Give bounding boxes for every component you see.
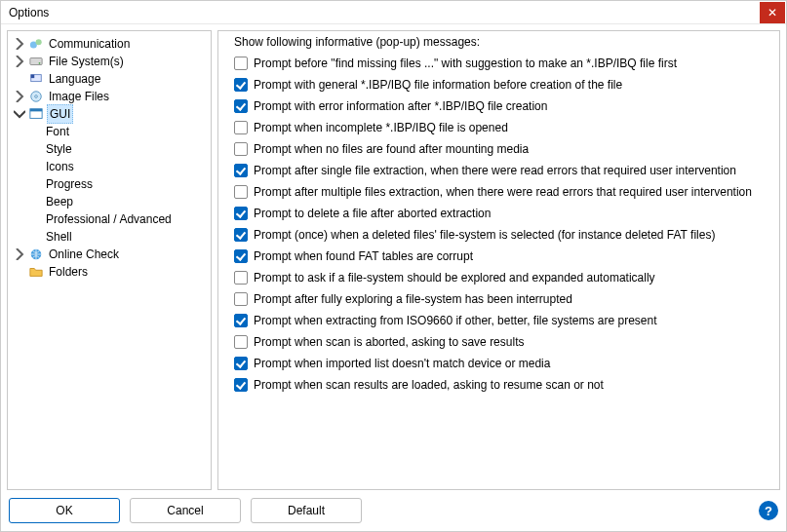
settings-panel: Show following informative (pop-up) mess… (217, 30, 780, 490)
drive-icon (28, 54, 44, 69)
tree-item-label: Style (44, 140, 74, 158)
tree-item-onlinecheck[interactable]: Online Check (12, 246, 209, 263)
checkbox-row: Prompt to delete a file after aborted ex… (234, 205, 764, 222)
window-title: Options (9, 6, 760, 19)
checkbox-row: Prompt when incomplete *.IBP/IBQ file is… (234, 119, 764, 136)
chevron-right-icon[interactable] (14, 248, 25, 260)
checkbox-label[interactable]: Prompt after fully exploring a file-syst… (254, 290, 572, 308)
tree-item-style[interactable]: Style (27, 140, 209, 158)
tree-item-professional[interactable]: Professional / Advanced (27, 210, 209, 228)
checkbox-row: Prompt to ask if a file-system should be… (234, 269, 764, 286)
comm-icon (28, 36, 44, 52)
close-icon: ✕ (767, 6, 777, 19)
tree-item-label: Icons (44, 158, 76, 175)
checkbox-label[interactable]: Prompt with general *.IBP/IBQ file infor… (254, 76, 622, 94)
checkbox[interactable] (234, 121, 248, 134)
checkbox-row: Prompt with general *.IBP/IBQ file infor… (234, 76, 764, 94)
svg-rect-9 (30, 109, 42, 112)
chevron-right-icon[interactable] (14, 38, 25, 50)
tree-item-label: Font (44, 123, 71, 140)
tree-item-folders[interactable]: Folders (12, 263, 209, 281)
tree-item-label: Online Check (47, 246, 121, 263)
checkbox[interactable] (234, 357, 248, 370)
checkbox-row: Prompt (once) when a deleted files' file… (234, 226, 764, 244)
help-button[interactable]: ? (759, 501, 778, 520)
tree-item-language[interactable]: Language (12, 70, 209, 88)
checkbox-list: Prompt before "find missing files ..." w… (234, 55, 764, 394)
checkbox[interactable] (234, 271, 248, 285)
svg-point-1 (36, 39, 42, 45)
checkbox[interactable] (234, 292, 248, 306)
checkbox[interactable] (234, 249, 248, 263)
checkbox-row: Prompt after multiple files extraction, … (234, 183, 764, 201)
cancel-button[interactable]: Cancel (130, 498, 241, 523)
tree-item-gui[interactable]: GUI (12, 105, 209, 123)
checkbox[interactable] (234, 164, 248, 177)
button-label: Default (288, 504, 325, 517)
disc-icon (28, 89, 44, 104)
checkbox[interactable] (234, 228, 248, 242)
checkbox-label[interactable]: Prompt when imported list doesn't match … (254, 355, 550, 372)
tree-item-label: Professional / Advanced (44, 210, 174, 228)
checkbox-label[interactable]: Prompt (once) when a deleted files' file… (254, 226, 715, 244)
checkbox-label[interactable]: Prompt when incomplete *.IBP/IBQ file is… (254, 119, 508, 136)
checkbox-row: Prompt when scan is aborted, asking to s… (234, 333, 764, 351)
checkbox[interactable] (234, 378, 248, 392)
tree-item-label: File System(s) (47, 53, 126, 70)
checkbox-label[interactable]: Prompt after single file extraction, whe… (254, 162, 736, 179)
checkbox-row: Prompt when scan results are loaded, ask… (234, 376, 764, 394)
checkbox[interactable] (234, 99, 248, 113)
checkbox[interactable] (234, 335, 248, 349)
checkbox-label[interactable]: Prompt to delete a file after aborted ex… (254, 205, 491, 222)
checkbox[interactable] (234, 185, 248, 199)
titlebar: Options ✕ (1, 1, 786, 24)
checkbox-row: Prompt with error information after *.IB… (234, 97, 764, 115)
checkbox[interactable] (234, 57, 248, 70)
tree-item-label: Communication (47, 35, 132, 53)
dialog-footer: OK Cancel Default ? (1, 490, 786, 531)
checkbox-label[interactable]: Prompt when scan results are loaded, ask… (254, 376, 604, 394)
chevron-down-icon[interactable] (14, 108, 25, 120)
popup-messages-group: Show following informative (pop-up) mess… (224, 37, 773, 403)
ok-button[interactable]: OK (9, 498, 120, 523)
checkbox-label[interactable]: Prompt when found FAT tables are corrupt (254, 247, 473, 265)
folder-icon (28, 264, 44, 280)
tree-item-label: Image Files (47, 88, 111, 105)
checkbox-row: Prompt before "find missing files ..." w… (234, 55, 764, 72)
category-tree[interactable]: Communication File System(s) (7, 30, 212, 490)
tree-item-label: Progress (44, 175, 95, 193)
checkbox[interactable] (234, 314, 248, 327)
options-dialog: Options ✕ Communication (0, 0, 787, 532)
checkbox-label[interactable]: Prompt before "find missing files ..." w… (254, 55, 677, 72)
tree-item-beep[interactable]: Beep (27, 193, 209, 210)
group-legend: Show following informative (pop-up) mess… (230, 35, 484, 49)
checkbox-row: Prompt when no files are found after mou… (234, 140, 764, 158)
checkbox-label[interactable]: Prompt when scan is aborted, asking to s… (254, 333, 524, 351)
checkbox[interactable] (234, 142, 248, 156)
tree-item-filesystems[interactable]: File System(s) (12, 53, 209, 70)
checkbox-label[interactable]: Prompt to ask if a file-system should be… (254, 269, 655, 286)
globe-icon (28, 247, 44, 262)
tree-item-icons[interactable]: Icons (27, 158, 209, 175)
chevron-right-icon[interactable] (14, 56, 25, 67)
tree-item-imagefiles[interactable]: Image Files (12, 88, 209, 105)
tree-item-label: Shell (44, 228, 74, 246)
tree-item-label: Folders (47, 263, 90, 281)
tree-item-shell[interactable]: Shell (27, 228, 209, 246)
question-icon: ? (765, 504, 772, 518)
checkbox[interactable] (234, 78, 248, 92)
tree-item-progress[interactable]: Progress (27, 175, 209, 193)
tree-item-font[interactable]: Font (27, 123, 209, 140)
checkbox-label[interactable]: Prompt with error information after *.IB… (254, 97, 547, 115)
checkbox-label[interactable]: Prompt after multiple files extraction, … (254, 183, 752, 201)
tree-item-communication[interactable]: Communication (12, 35, 209, 53)
checkbox[interactable] (234, 207, 248, 220)
checkbox-label[interactable]: Prompt when no files are found after mou… (254, 140, 529, 158)
default-button[interactable]: Default (251, 498, 362, 523)
checkbox-label[interactable]: Prompt when extracting from ISO9660 if o… (254, 312, 657, 329)
svg-point-7 (35, 95, 38, 98)
svg-rect-5 (31, 75, 35, 79)
button-label: OK (56, 504, 72, 517)
close-button[interactable]: ✕ (760, 2, 785, 23)
chevron-right-icon[interactable] (14, 91, 25, 102)
